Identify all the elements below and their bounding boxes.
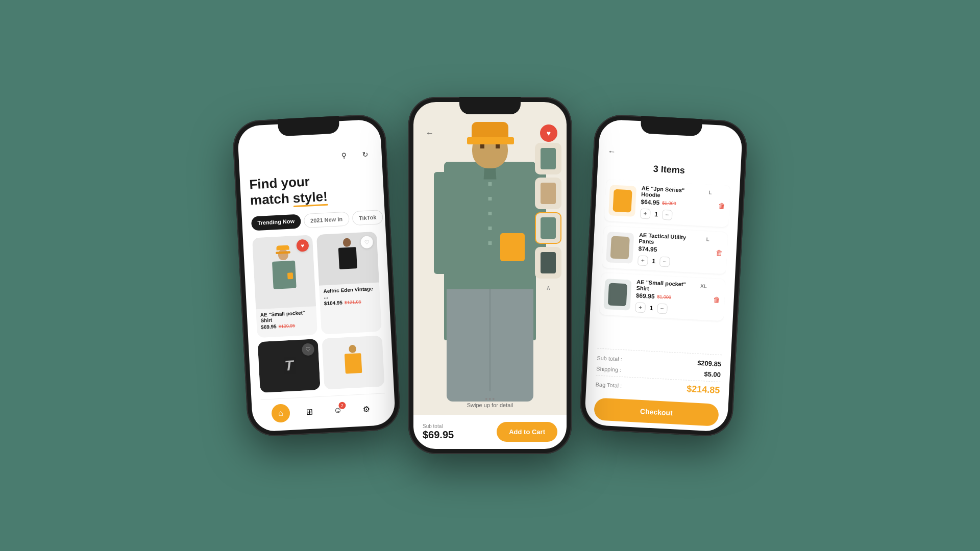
cart-items-count: 3 Items <box>653 164 685 176</box>
hoodie-thumb <box>612 189 632 213</box>
back-button[interactable]: ← <box>607 147 616 157</box>
phone1-topbar: ⚲ ↻ <box>248 147 373 168</box>
style-word: style! <box>292 189 328 207</box>
price-area: Sub total $69.95 <box>423 423 454 441</box>
thumbnail-1[interactable] <box>535 143 561 174</box>
product-card-4[interactable] <box>322 336 384 390</box>
button <box>488 227 492 230</box>
product-card-1-info: AE "Small pocket" Shirt $69.95 $109.95 <box>256 307 317 335</box>
item-price: $74.95 <box>638 245 657 253</box>
favorite-button[interactable]: ♥ <box>540 124 557 142</box>
quantity-control: + 1 − <box>635 302 694 315</box>
qty-value: 1 <box>654 211 658 218</box>
product-name: AE "Small pocket" Shirt <box>260 310 313 323</box>
category-tabs: Trending Now 2021 New In TikTok <box>251 210 376 231</box>
delete-item-button[interactable]: 🗑 <box>716 248 723 257</box>
old-price: $109.95 <box>278 323 295 329</box>
subtotal-label: Sub total <box>423 423 454 429</box>
product-card-4-image <box>322 336 384 390</box>
qty-increase-button[interactable]: − <box>657 303 668 314</box>
pants-crease <box>489 289 491 391</box>
item-size: L <box>708 188 712 195</box>
product-card-1[interactable]: ♥ AE <box>252 235 317 338</box>
old-price: $121.05 <box>345 299 361 305</box>
nav-home[interactable]: ⌂ <box>271 404 290 423</box>
shirt-buttons <box>488 182 492 245</box>
jacket <box>338 247 357 269</box>
thumbnail-scroll-up[interactable]: ∧ <box>535 282 561 294</box>
qty-decrease-button[interactable]: + <box>640 208 651 219</box>
item-name: AE Tactical Utility Pants <box>639 232 701 247</box>
thumbnail-3[interactable] <box>535 212 561 244</box>
qty-decrease-button[interactable]: + <box>638 255 648 266</box>
product-card-2[interactable]: ♡ Aelfric Eden Vintage ... $104.95 $121.… <box>316 232 382 335</box>
product-card-1-image: ♥ <box>252 235 316 310</box>
cart-item-3-info: AE "Small pocket" Shirt $69.95 $1,000 + … <box>635 279 696 315</box>
tab-trending-now[interactable]: Trending Now <box>251 214 301 231</box>
bag-total-label: Bag Total : <box>595 381 622 389</box>
refresh-icon[interactable]: ↻ <box>358 147 373 162</box>
item-old-price: $1,000 <box>657 294 671 299</box>
product-card-3[interactable]: ♡ T <box>258 339 321 393</box>
eye-right <box>496 144 500 148</box>
phone2-topbar: ← ♥ <box>413 124 567 142</box>
shirt-thumb <box>608 283 627 306</box>
phone1-content: ⚲ ↻ Find your match style! Trending Now … <box>237 119 396 432</box>
delete-item-button[interactable]: 🗑 <box>718 202 726 210</box>
qty-value: 1 <box>649 305 653 312</box>
product-card-2-image: ♡ <box>316 232 379 286</box>
item-name: AE "Small pocket" Shirt <box>636 279 695 294</box>
product-thumbnails: ∧ <box>535 143 561 294</box>
search-icon[interactable]: ⚲ <box>336 148 351 163</box>
item-name: AE "Jpn Series" Hoodie <box>641 185 704 201</box>
cart-items-list: AE "Jpn Series" Hoodie $64.95 $1,000 + 1… <box>597 179 730 355</box>
thumbnail-2[interactable] <box>535 178 561 209</box>
nav-grid[interactable]: ⊞ <box>300 402 319 421</box>
nav-notification[interactable]: ☺ 2 <box>328 400 348 420</box>
thumb-img <box>541 148 556 169</box>
qty-increase-button[interactable]: − <box>659 257 670 267</box>
shipping-value: $5.00 <box>704 370 721 379</box>
phone3-content: ← 3 Items AE "Jpn Series" Hoodie <box>584 119 743 432</box>
checkout-button[interactable]: Checkout <box>594 397 719 427</box>
cart-item-2: AE Tactical Utility Pants $74.95 + 1 − L <box>602 226 728 274</box>
phone2-notch <box>459 97 521 114</box>
phones-container: ⚲ ↻ Find your match style! Trending Now … <box>240 97 740 454</box>
order-summary: Sub total : $209.85 Shipping : $5.00 Bag… <box>594 348 722 427</box>
button <box>488 197 492 201</box>
back-button[interactable]: ← <box>423 126 437 140</box>
item-price: $69.95 <box>636 292 655 300</box>
cart-title-row: 3 Items <box>606 161 731 179</box>
qty-value: 1 <box>652 258 655 265</box>
favorite-icon[interactable]: ♡ <box>302 343 314 356</box>
dot <box>485 398 487 400</box>
item-old-price: $1,000 <box>662 201 676 206</box>
qty-decrease-button[interactable]: + <box>635 302 646 313</box>
favorite-icon[interactable]: ♡ <box>360 236 373 249</box>
subtotal-label: Sub total : <box>597 355 622 362</box>
thumb-img <box>541 183 556 204</box>
headline-section: Find your match style! <box>249 170 375 209</box>
cart-item-1: AE "Jpn Series" Hoodie $64.95 $1,000 + 1… <box>604 179 730 228</box>
cart-item-1-info: AE "Jpn Series" Hoodie $64.95 $1,000 + 1… <box>640 185 704 222</box>
shirt-left-arm <box>434 172 448 274</box>
bucket-hat <box>276 245 289 251</box>
current-price: $69.95 <box>261 324 277 331</box>
thumbnail-4[interactable] <box>535 247 561 279</box>
add-to-cart-button[interactable]: Add to Cart <box>497 422 557 442</box>
cart-item-3: AE "Small pocket" Shirt $69.95 $1,000 + … <box>599 273 726 321</box>
tab-2021-new[interactable]: 2021 New In <box>303 212 349 229</box>
bottom-navigation: ⌂ ⊞ ☺ 2 ⚙ <box>261 393 386 427</box>
cart-item-2-info: AE Tactical Utility Pants $74.95 + 1 − <box>638 232 701 268</box>
shirt <box>272 261 297 289</box>
nav-settings[interactable]: ⚙ <box>357 399 376 418</box>
button <box>488 182 492 186</box>
notification-badge: 2 <box>338 402 346 409</box>
shipping-label: Shipping : <box>596 365 621 373</box>
shirt-pocket <box>500 233 525 261</box>
delete-item-button[interactable]: 🗑 <box>713 295 721 304</box>
button <box>488 241 492 245</box>
qty-increase-button[interactable]: − <box>662 210 672 220</box>
phone1-notch <box>278 116 340 136</box>
tab-tiktok[interactable]: TikTok <box>352 210 383 226</box>
